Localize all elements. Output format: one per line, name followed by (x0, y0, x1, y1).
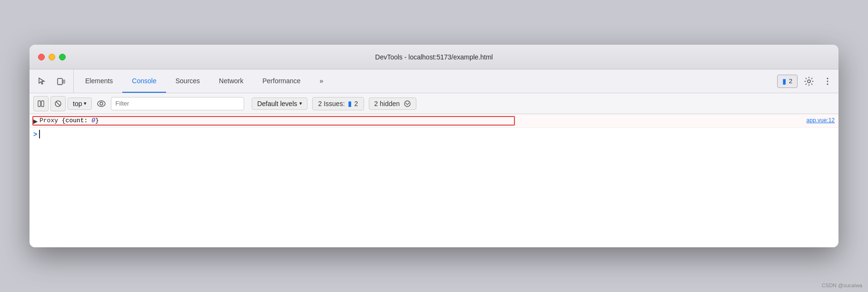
hidden-messages-button[interactable]: 2 hidden (369, 97, 416, 110)
traffic-lights (38, 54, 66, 60)
minimize-button[interactable] (49, 54, 55, 60)
chevron-down-icon: ▾ (84, 100, 87, 107)
context-label: top (73, 100, 82, 107)
chevron-down-icon: ▾ (299, 100, 302, 107)
more-options-button[interactable] (820, 73, 835, 90)
issues-text: 2 Issues: (318, 100, 345, 107)
nav-tabs: Elements Console Sources Network Perform… (76, 69, 777, 93)
svg-point-4 (827, 78, 829, 79)
clear-console-button[interactable] (33, 96, 49, 111)
devtools-window: DevTools - localhost:5173/example.html (30, 45, 838, 247)
messages-badge-button[interactable]: ▮ 2 (777, 75, 798, 88)
console-input-row[interactable]: > (30, 128, 838, 140)
text-cursor (39, 130, 40, 138)
svg-rect-8 (41, 101, 44, 107)
tab-performance[interactable]: Performance (253, 69, 310, 93)
tab-network[interactable]: Network (209, 69, 253, 93)
window-title: DevTools - localhost:5173/example.html (375, 53, 493, 61)
svg-point-6 (827, 83, 829, 85)
highlight-border (32, 116, 515, 126)
svg-point-2 (59, 83, 60, 84)
log-text: Proxy {count: 0} (39, 117, 99, 124)
svg-point-3 (808, 80, 810, 83)
svg-point-13 (404, 101, 410, 107)
log-entry[interactable]: ▶ Proxy {count: 0} app.vue:12 (30, 114, 838, 128)
badge-count: 2 (789, 78, 792, 85)
count-value: 0 (91, 117, 95, 124)
watermark: CSDN @sucaiwa (822, 282, 862, 288)
console-toolbar: top ▾ Default levels ▾ 2 Issues: ▮ 2 2 h… (30, 93, 838, 114)
expand-arrow[interactable]: ▶ (33, 118, 38, 125)
prompt-arrow: > (33, 130, 37, 138)
message-icon: ▮ (782, 77, 786, 86)
issues-icon: ▮ (348, 99, 352, 108)
device-toggle-button[interactable] (52, 73, 69, 90)
tab-more[interactable]: » (310, 69, 333, 93)
svg-line-10 (56, 101, 60, 106)
filter-input[interactable] (111, 97, 244, 110)
tab-sources[interactable]: Sources (166, 69, 209, 93)
log-levels-selector[interactable]: Default levels ▾ (252, 97, 307, 110)
settings-button[interactable] (800, 73, 818, 90)
tab-elements[interactable]: Elements (76, 69, 122, 93)
inspect-element-button[interactable] (33, 73, 50, 90)
svg-rect-1 (63, 80, 65, 83)
svg-point-5 (827, 80, 829, 82)
log-levels-label: Default levels (257, 100, 297, 107)
issues-count: 2 (355, 100, 358, 107)
svg-point-11 (98, 101, 105, 107)
svg-rect-7 (38, 101, 40, 107)
console-content: ▶ Proxy {count: 0} app.vue:12 > (30, 114, 838, 247)
issues-button[interactable]: 2 Issues: ▮ 2 (312, 97, 365, 110)
context-selector[interactable]: top ▾ (68, 97, 92, 110)
log-source-link[interactable]: app.vue:12 (797, 117, 835, 124)
block-icon-button[interactable] (50, 96, 66, 111)
eye-button[interactable] (94, 96, 109, 111)
hidden-label: 2 hidden (374, 100, 400, 107)
toolbar-icon-group (33, 69, 74, 93)
main-toolbar: Elements Console Sources Network Perform… (30, 69, 838, 93)
svg-line-15 (407, 103, 409, 105)
svg-point-12 (100, 102, 103, 105)
close-button[interactable] (38, 54, 45, 60)
maximize-button[interactable] (59, 54, 66, 60)
proxy-label: Proxy (39, 117, 62, 124)
tab-console[interactable]: Console (122, 69, 166, 93)
svg-line-14 (405, 103, 407, 105)
toolbar-right: ▮ 2 (777, 69, 835, 93)
title-bar: DevTools - localhost:5173/example.html (30, 45, 838, 69)
